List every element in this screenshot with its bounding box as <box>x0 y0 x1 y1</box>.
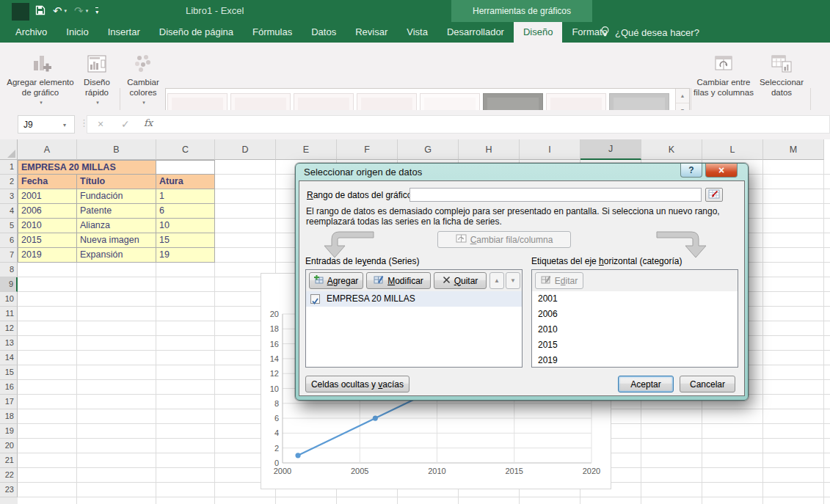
table-cell[interactable]: 15 <box>156 233 215 248</box>
tab-datos[interactable]: Datos <box>302 22 346 43</box>
tab-inicio[interactable]: Inicio <box>57 22 98 43</box>
add-chart-element-button[interactable]: Agregar elemento de gráfico▾ <box>4 45 76 108</box>
table-header-título[interactable]: Título <box>77 175 156 189</box>
tab-desarrollador[interactable]: Desarrollador <box>437 22 514 43</box>
table-cell[interactable]: 2006 <box>18 204 77 219</box>
tab-insertar[interactable]: Insertar <box>98 22 150 43</box>
customize-qat-icon[interactable]: ▾ <box>95 7 98 15</box>
column-header-M[interactable]: M <box>763 139 824 160</box>
change-colors-button[interactable]: Cambiar colores▾ <box>122 45 164 108</box>
categories-listbox[interactable]: Editar 20012006201020152019 <box>531 269 738 368</box>
tell-me[interactable]: ¿Qué desea hacer? <box>600 22 699 43</box>
save-icon[interactable] <box>35 5 45 18</box>
series-items[interactable]: EMPRESA 20 MILLAS <box>306 291 522 367</box>
row-header-7[interactable]: 7 <box>0 248 18 263</box>
column-header-A[interactable]: A <box>18 139 77 160</box>
row-header-9[interactable]: 9 <box>0 277 18 292</box>
category-items[interactable]: 20012006201020152019 <box>532 291 738 367</box>
hidden-empty-cells-button[interactable]: Celdas ocultas y vacías <box>305 376 409 392</box>
series-listbox[interactable]: Agregar Modificar Quitar ▲ ▼ EMPRESA 20 … <box>305 269 523 368</box>
chart-data-range-input[interactable] <box>409 188 702 202</box>
remove-series-button[interactable]: Quitar <box>434 272 487 289</box>
table-cell[interactable]: 2015 <box>18 233 77 248</box>
select-data-button[interactable]: Seleccionar datos <box>755 45 808 98</box>
column-header-L[interactable]: L <box>702 139 763 160</box>
row-header-19[interactable]: 19 <box>0 424 18 439</box>
category-item[interactable]: 2001 <box>532 291 738 307</box>
row-header-20[interactable]: 20 <box>0 439 18 453</box>
table-cell[interactable]: Patente <box>77 204 156 219</box>
column-header-D[interactable]: D <box>215 139 276 160</box>
table-cell[interactable]: Expansión <box>77 248 156 263</box>
tab-archivo[interactable]: Archivo <box>6 22 57 43</box>
tab-vista[interactable]: Vista <box>397 22 437 43</box>
row-header-16[interactable]: 16 <box>0 380 18 395</box>
row-header-17[interactable]: 17 <box>0 395 18 409</box>
gallery-scroll-up-icon[interactable]: ▲ <box>676 89 689 103</box>
category-item[interactable]: 2015 <box>532 337 738 353</box>
row-header-15[interactable]: 15 <box>0 365 18 380</box>
column-header-H[interactable]: H <box>459 139 520 160</box>
undo-dropdown-icon[interactable]: ▾ <box>65 8 68 14</box>
excel-app-icon[interactable] <box>12 3 29 21</box>
row-header-22[interactable]: 22 <box>0 468 18 483</box>
row-header-5[interactable]: 5 <box>0 219 18 233</box>
category-item[interactable]: 2010 <box>532 322 738 337</box>
row-header-1[interactable]: 1 <box>0 160 18 175</box>
insert-function-icon[interactable]: fx <box>144 117 153 128</box>
row-header-14[interactable]: 14 <box>0 351 18 365</box>
table-cell[interactable]: Fundación <box>77 189 156 204</box>
row-header-10[interactable]: 10 <box>0 292 18 307</box>
row-header-11[interactable]: 11 <box>0 307 18 321</box>
formula-input[interactable] <box>87 115 830 134</box>
name-box[interactable]: J9 <box>18 115 75 134</box>
series-item[interactable]: EMPRESA 20 MILLAS <box>306 291 522 307</box>
tab-dise-o-de-p-gina[interactable]: Diseño de página <box>150 22 243 43</box>
add-series-button[interactable]: Agregar <box>309 272 363 289</box>
table-cell[interactable]: Alianza <box>77 219 156 233</box>
series-checkbox[interactable] <box>310 294 320 304</box>
row-header-3[interactable]: 3 <box>0 189 18 204</box>
row-header-8[interactable]: 8 <box>0 263 18 277</box>
column-header-J[interactable]: J <box>580 139 641 160</box>
row-header-23[interactable]: 23 <box>0 483 18 497</box>
dialog-help-button[interactable]: ? <box>680 164 702 178</box>
row-header-6[interactable]: 6 <box>0 233 18 248</box>
category-item[interactable]: 2006 <box>532 307 738 322</box>
range-picker-button[interactable] <box>705 188 723 202</box>
tab-f-rmulas[interactable]: Fórmulas <box>243 22 302 43</box>
name-box-dropdown-icon[interactable]: ▾ <box>63 122 66 128</box>
category-item[interactable]: 2019 <box>532 353 738 367</box>
switch-row-column-button[interactable]: Cambiar entre filas y columnas <box>694 45 754 98</box>
table-cell-c1[interactable] <box>156 160 215 175</box>
row-header-4[interactable]: 4 <box>0 204 18 219</box>
column-header-C[interactable]: C <box>156 139 215 160</box>
table-header-atura[interactable]: Atura <box>156 175 215 189</box>
table-cell[interactable]: 10 <box>156 219 215 233</box>
table-cell[interactable]: 2019 <box>18 248 77 263</box>
tab-dise-o[interactable]: Diseño <box>514 22 562 43</box>
table-cell[interactable]: 2010 <box>18 219 77 233</box>
column-header-B[interactable]: B <box>77 139 156 160</box>
table-header-fecha[interactable]: Fecha <box>18 175 77 189</box>
column-header-E[interactable]: E <box>276 139 337 160</box>
table-cell[interactable]: Nueva imagen <box>77 233 156 248</box>
edit-series-button[interactable]: Modificar <box>366 272 431 289</box>
row-header-2[interactable]: 2 <box>0 175 18 189</box>
row-header-12[interactable]: 12 <box>0 321 18 336</box>
cancel-button[interactable]: Cancelar <box>680 376 735 392</box>
column-header-F[interactable]: F <box>337 139 398 160</box>
column-header-G[interactable]: G <box>398 139 459 160</box>
table-cell[interactable]: 1 <box>156 189 215 204</box>
table-cell[interactable]: 6 <box>156 204 215 219</box>
dialog-close-button[interactable]: × <box>705 164 738 178</box>
table-title-cell[interactable]: EMPRESA 20 MILLAS <box>18 160 156 175</box>
undo-icon[interactable]: ↶ <box>53 2 62 20</box>
column-header-I[interactable]: I <box>520 139 580 160</box>
row-header-21[interactable]: 21 <box>0 453 18 468</box>
tab-revisar[interactable]: Revisar <box>346 22 397 43</box>
quick-layout-button[interactable]: Diseño rápido▾ <box>76 45 117 108</box>
column-header-K[interactable]: K <box>641 139 702 160</box>
table-cell[interactable]: 19 <box>156 248 215 263</box>
row-header-18[interactable]: 18 <box>0 409 18 424</box>
